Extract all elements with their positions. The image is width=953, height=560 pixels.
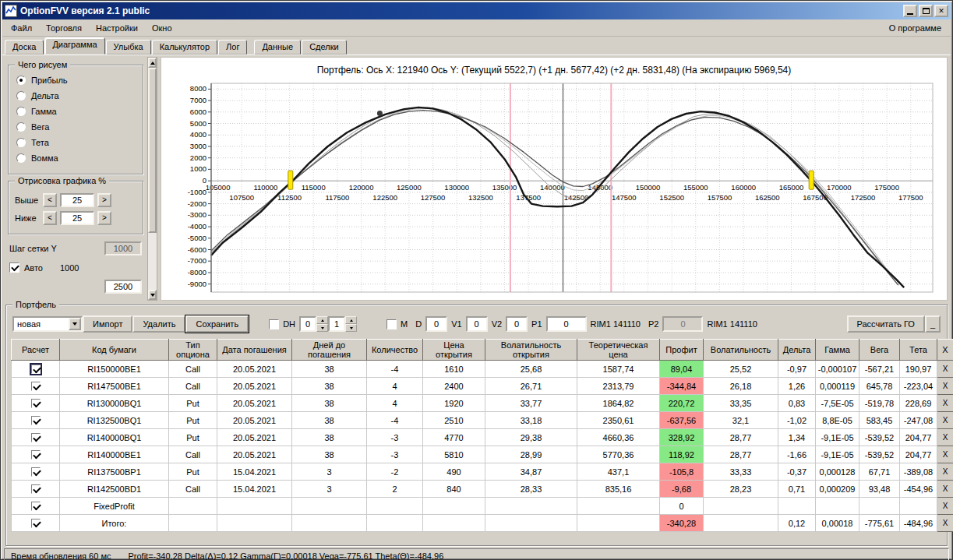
profit-cell: -344,84 xyxy=(660,378,704,395)
column-header-theta[interactable]: Тета xyxy=(900,340,937,361)
row-delete-button[interactable]: X xyxy=(937,515,953,532)
row-delete-button[interactable]: X xyxy=(937,498,953,515)
radio-profit[interactable]: Прибыль xyxy=(16,76,135,85)
column-header-delta[interactable]: Дельта xyxy=(778,340,816,361)
column-header-calc[interactable]: Расчет xyxy=(12,340,60,361)
scroll-down-button[interactable] xyxy=(148,290,157,300)
import-button[interactable]: Импорт xyxy=(83,315,132,333)
below-decrease-button[interactable]: < xyxy=(43,211,57,225)
tab-diagram[interactable]: Диаграмма xyxy=(44,37,104,55)
radio-vega[interactable]: Вега xyxy=(16,122,135,132)
dh-spinner-1[interactable]: 0 xyxy=(299,316,328,332)
save-button[interactable]: Сохранить xyxy=(185,315,249,333)
left-panel-scrollbar[interactable] xyxy=(147,57,157,301)
quantity-cell: 4 xyxy=(367,395,423,412)
tab-data[interactable]: Данные xyxy=(254,40,301,55)
row-calc-checkbox[interactable] xyxy=(12,446,60,463)
radio-gamma[interactable]: Гамма xyxy=(16,107,135,116)
maximize-button[interactable] xyxy=(919,5,933,17)
row-calc-checkbox[interactable] xyxy=(12,378,60,395)
profit-chart[interactable]: 800070006000500040003000200010000-1000-2… xyxy=(164,77,944,298)
toolbar-extra-button[interactable]: _ xyxy=(925,315,941,333)
column-header-volatility[interactable]: Волатильность xyxy=(704,340,778,361)
above-decrease-button[interactable]: < xyxy=(43,193,57,207)
row-calc-checkbox[interactable] xyxy=(12,395,60,412)
m-checkbox[interactable] xyxy=(386,319,397,329)
spin-down-icon[interactable] xyxy=(345,324,357,332)
row-delete-button[interactable]: X xyxy=(937,395,953,412)
p1-field[interactable]: 0 xyxy=(546,316,587,332)
column-header-option-type[interactable]: Тип опциона xyxy=(169,340,217,361)
row-calc-checkbox[interactable] xyxy=(12,463,60,481)
volatility-cell: 26,18 xyxy=(704,378,778,395)
portfolio-select[interactable]: новая xyxy=(12,316,83,332)
column-header-gamma[interactable]: Гамма xyxy=(816,340,859,361)
column-header-security-code[interactable]: Код бумаги xyxy=(60,340,169,361)
tab-smile[interactable]: Улыбка xyxy=(106,40,151,55)
p2-field[interactable]: 0 xyxy=(662,316,703,332)
row-delete-button[interactable]: X xyxy=(937,412,953,429)
column-header-quantity[interactable]: Количество xyxy=(367,340,423,361)
theoretical-price-cell: 2313,79 xyxy=(577,378,660,395)
below-value-field[interactable]: 25 xyxy=(60,211,94,225)
rim1-right-label: RIM1 141110 xyxy=(707,319,757,329)
auto-checkbox[interactable] xyxy=(9,262,19,273)
x-tick-label: 172500 xyxy=(851,193,876,202)
menu-settings[interactable]: Настройки xyxy=(89,21,145,35)
column-header-delete[interactable]: X xyxy=(937,340,953,361)
column-header-open-price[interactable]: Цена открытия xyxy=(423,340,485,361)
radio-theta[interactable]: Тета xyxy=(16,138,135,147)
scrollbar-thumb[interactable] xyxy=(148,68,157,233)
row-calc-checkbox[interactable] xyxy=(12,429,60,446)
row-calc-checkbox[interactable] xyxy=(12,412,60,429)
menu-window[interactable]: Окно xyxy=(145,21,179,35)
column-header-theoretical-price[interactable]: Теоретическая цена xyxy=(577,340,660,361)
grid-step-x-field[interactable]: 2500 xyxy=(104,280,142,294)
column-header-open-volatility[interactable]: Волатильность открытия xyxy=(485,340,577,361)
tab-calculator[interactable]: Калькулятор xyxy=(152,40,217,55)
close-button[interactable]: ✕ xyxy=(934,5,948,17)
y-tick-label: 3000 xyxy=(190,142,206,150)
menu-trading[interactable]: Торговля xyxy=(39,21,89,35)
row-delete-button[interactable]: X xyxy=(937,463,953,481)
column-header-vega[interactable]: Вега xyxy=(859,340,900,361)
scroll-up-button[interactable] xyxy=(148,58,157,68)
menu-file[interactable]: Файл xyxy=(4,21,39,35)
spin-up-icon[interactable] xyxy=(345,316,357,324)
d-field[interactable]: 0 xyxy=(425,316,447,332)
row-delete-button[interactable]: X xyxy=(937,446,953,463)
dh-checkbox[interactable] xyxy=(269,319,279,329)
row-calc-checkbox[interactable] xyxy=(12,498,60,515)
row-calc-checkbox[interactable] xyxy=(12,481,60,498)
titlebar[interactable]: OptionFVV версия 2.1 public ✕ xyxy=(2,2,951,19)
above-increase-button[interactable]: > xyxy=(97,193,111,207)
v1-field[interactable]: 0 xyxy=(466,316,488,332)
column-header-expiry-date[interactable]: Дата погашения xyxy=(217,340,292,361)
above-value-field[interactable]: 25 xyxy=(60,193,94,207)
row-delete-button[interactable]: X xyxy=(937,429,953,446)
row-delete-button[interactable]: X xyxy=(937,361,953,378)
tab-deals[interactable]: Сделки xyxy=(302,40,347,55)
delete-button[interactable]: Удалить xyxy=(132,315,185,333)
grid-step-y-field[interactable]: 1000 xyxy=(104,241,142,255)
row-delete-button[interactable]: X xyxy=(937,481,953,498)
combo-dropdown-button[interactable] xyxy=(69,318,81,330)
row-delete-button[interactable]: X xyxy=(937,378,953,395)
radio-delta[interactable]: Дельта xyxy=(16,91,135,100)
spin-down-icon[interactable] xyxy=(316,324,328,332)
minimize-icon xyxy=(907,13,913,15)
row-calc-checkbox[interactable] xyxy=(12,361,60,378)
column-header-profit[interactable]: Профит xyxy=(660,340,704,361)
spin-up-icon[interactable] xyxy=(316,316,328,324)
below-increase-button[interactable]: > xyxy=(97,211,111,225)
tab-board[interactable]: Доска xyxy=(5,40,44,55)
minimize-button[interactable] xyxy=(903,5,917,17)
row-calc-checkbox[interactable] xyxy=(12,515,60,532)
menu-about[interactable]: О программе xyxy=(881,21,949,35)
dh-spinner-2[interactable]: 1 xyxy=(328,316,357,332)
radio-vomma[interactable]: Вомма xyxy=(16,153,135,163)
v2-field[interactable]: 0 xyxy=(506,316,528,332)
tab-log[interactable]: Лог xyxy=(218,40,247,55)
calc-go-button[interactable]: Рассчитать ГО xyxy=(847,315,925,333)
column-header-days-to-expiry[interactable]: Дней до погашения xyxy=(292,340,367,361)
